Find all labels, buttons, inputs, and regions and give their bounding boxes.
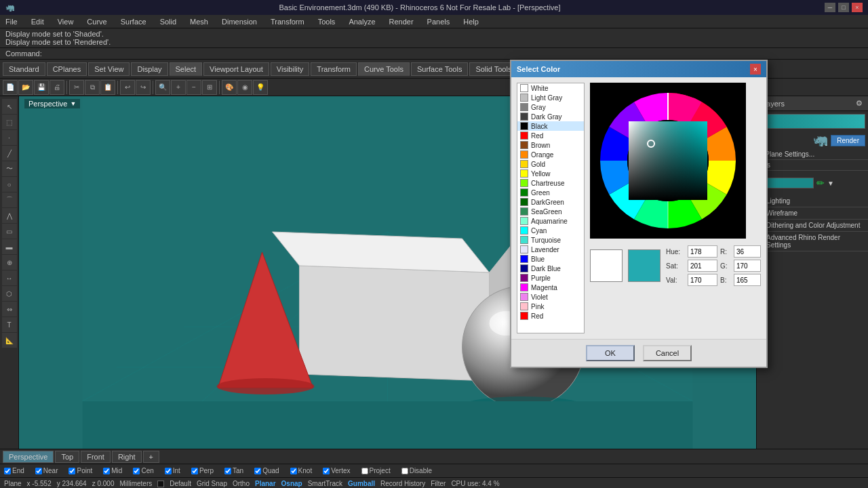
color-list-item-black[interactable]: Black <box>517 121 584 131</box>
dialog-close-button[interactable]: × <box>750 64 761 75</box>
snap-cb-vertex[interactable] <box>323 468 330 474</box>
menu-item-help[interactable]: Help <box>460 16 481 27</box>
command-input[interactable] <box>42 49 863 58</box>
toolbar-tab-set-view[interactable]: Set View <box>88 62 130 76</box>
color-wheel-container[interactable] <box>590 83 746 239</box>
zoom-out-icon[interactable]: − <box>186 80 201 95</box>
ons-item[interactable]: ons <box>757 160 868 171</box>
bottom-tab-front[interactable]: Front <box>81 451 111 463</box>
b-input[interactable] <box>734 274 761 286</box>
new-icon[interactable]: 📄 <box>3 80 18 95</box>
hue-input[interactable] <box>688 245 717 258</box>
curve-icon[interactable]: 〜 <box>2 161 17 176</box>
zoom-icon[interactable]: 🔍 <box>155 80 170 95</box>
snap-cb-point[interactable] <box>68 468 75 474</box>
pen-dropdown-icon[interactable]: ▼ <box>827 180 834 187</box>
cut-icon[interactable]: ✂ <box>69 80 84 95</box>
ortho[interactable]: Ortho <box>233 480 250 487</box>
text-icon[interactable]: T <box>2 317 17 332</box>
color-list-item-orange[interactable]: Orange <box>517 150 584 159</box>
line-icon[interactable]: ╱ <box>2 146 17 161</box>
snap-checkbox-quad[interactable]: Quad <box>254 467 279 474</box>
toolbar-tab-transform[interactable]: Transform <box>311 62 357 76</box>
color-list-item-light-gray[interactable]: Light Gray <box>517 93 584 102</box>
snap-checkbox-mid[interactable]: Mid <box>103 467 122 474</box>
color-list-item-lavender[interactable]: Lavender <box>517 245 584 254</box>
menu-item-transform[interactable]: Transform <box>268 16 307 27</box>
snap-checkbox-perp[interactable]: Perp <box>191 467 214 474</box>
color-list-item-brown[interactable]: Brown <box>517 140 584 150</box>
menu-item-surface[interactable]: Surface <box>118 16 149 27</box>
color-wheel-svg[interactable] <box>590 83 746 239</box>
sat-input[interactable] <box>688 260 717 272</box>
menu-item-dimension[interactable]: Dimension <box>219 16 260 27</box>
toolbar-tab-select[interactable]: Select <box>170 62 203 76</box>
toolbar-tab-standard[interactable]: Standard <box>3 62 45 76</box>
boolean-icon[interactable]: ⊕ <box>2 255 17 270</box>
bottom-tab-right[interactable]: Right <box>112 451 142 463</box>
command-bar[interactable]: Command: <box>0 48 868 60</box>
color-list-item-white[interactable]: White <box>517 83 584 93</box>
select-window-icon[interactable]: ⬚ <box>2 115 17 129</box>
color-list-item-green[interactable]: Green <box>517 188 584 197</box>
panel-section-dithering-and-color-adjustment[interactable]: ▶ Dithering and Color Adjustment <box>757 220 868 232</box>
color-list-item-chartreuse[interactable]: Chartreuse <box>517 178 584 188</box>
toolbar-tab-visibility[interactable]: Visibility <box>271 62 310 76</box>
snap-cb-cen[interactable] <box>133 468 140 474</box>
color-list-item-magenta[interactable]: Magenta <box>517 283 584 292</box>
snap-checkbox-point[interactable]: Point <box>68 467 92 474</box>
analyze-icon[interactable]: 📐 <box>2 333 17 348</box>
save-icon[interactable]: 💾 <box>34 80 49 95</box>
r-input[interactable] <box>734 245 761 258</box>
zoom-ext-icon[interactable]: ⊞ <box>202 80 217 95</box>
plane-settings-item[interactable]: d Plane Settings... <box>757 149 868 160</box>
pen-icon[interactable]: ✏ <box>816 178 825 188</box>
bottom-tab-perspective[interactable]: Perspective <box>3 451 54 463</box>
menu-item-view[interactable]: View <box>55 16 77 27</box>
menu-item-edit[interactable]: Edit <box>28 16 47 27</box>
toolbar-tab-viewport-layout[interactable]: Viewport Layout <box>203 62 269 76</box>
color-list-item-turquoise[interactable]: Turquoise <box>517 235 584 245</box>
color-list-item-blue[interactable]: Blue <box>517 254 584 264</box>
panel-section-wireframe[interactable]: ▶ Wireframe <box>757 207 868 220</box>
ok-button[interactable]: OK <box>586 345 635 361</box>
transform-icon[interactable]: ↔ <box>2 270 17 285</box>
color-list-item-dark-blue[interactable]: Dark Blue <box>517 264 584 273</box>
color-list-panel[interactable]: WhiteLight GrayGrayDark GrayBlackRedBrow… <box>517 83 585 333</box>
color-list-item-dark-gray[interactable]: Dark Gray <box>517 112 584 121</box>
paste-icon[interactable]: 📋 <box>100 80 115 95</box>
snap-checkbox-knot[interactable]: Knot <box>290 467 313 474</box>
color-list-item-gold[interactable]: Gold <box>517 159 584 169</box>
toolbar-tab-display[interactable]: Display <box>131 62 167 76</box>
menu-item-solid[interactable]: Solid <box>157 16 179 27</box>
undo-icon[interactable]: ↩ <box>120 80 135 95</box>
menu-item-mesh[interactable]: Mesh <box>187 16 211 27</box>
snap-cb-tan[interactable] <box>224 468 231 474</box>
smarttrack[interactable]: SmartTrack <box>308 480 342 487</box>
snap-cb-mid[interactable] <box>103 468 110 474</box>
copy-icon[interactable]: ⧉ <box>85 80 100 95</box>
polyline-icon[interactable]: ⋀ <box>2 208 17 223</box>
snap-checkbox-end[interactable]: End <box>4 467 24 474</box>
menu-item-panels[interactable]: Panels <box>425 16 453 27</box>
point-icon[interactable]: · <box>2 130 17 145</box>
filter[interactable]: Filter <box>431 480 446 487</box>
close-button[interactable]: × <box>852 3 863 12</box>
snap-checkbox-vertex[interactable]: Vertex <box>323 467 350 474</box>
open-icon[interactable]: 📂 <box>18 80 33 95</box>
render-preview-icon[interactable]: 🎨 <box>222 80 237 95</box>
cancel-button[interactable]: Cancel <box>643 345 692 361</box>
add-viewport-button[interactable]: + <box>143 451 159 463</box>
snap-cb-end[interactable] <box>4 468 11 474</box>
toolbar-tab-surface-tools[interactable]: Surface Tools <box>411 62 468 76</box>
snap-checkbox-disable[interactable]: Disable <box>401 467 432 474</box>
menu-item-render[interactable]: Render <box>387 16 416 27</box>
g-input[interactable] <box>734 260 761 272</box>
snap-cb-int[interactable] <box>165 468 172 474</box>
panel-section-lighting[interactable]: ▶ Lighting <box>757 195 868 207</box>
grid-snap[interactable]: Grid Snap <box>197 480 227 487</box>
layers-settings-icon[interactable]: ⚙ <box>856 99 863 108</box>
select-tool-icon[interactable]: ↖ <box>2 99 17 114</box>
surface-icon[interactable]: ▭ <box>2 224 17 239</box>
snap-cb-perp[interactable] <box>191 468 198 474</box>
